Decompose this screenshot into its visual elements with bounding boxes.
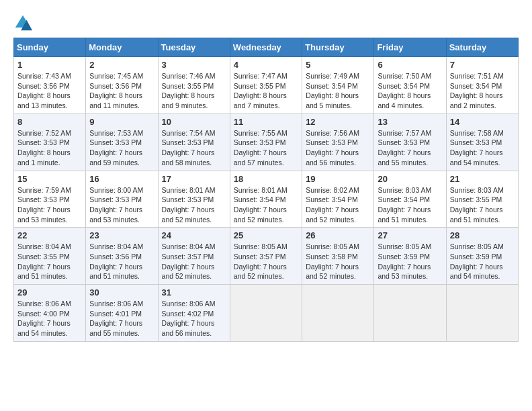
calendar-cell: 5Sunrise: 7:49 AMSunset: 3:54 PMDaylight… — [302, 57, 374, 114]
day-number: 20 — [378, 174, 442, 184]
day-number: 16 — [89, 174, 154, 184]
calendar-cell: 31Sunrise: 8:06 AMSunset: 4:02 PMDayligh… — [158, 285, 230, 342]
day-info: Sunrise: 8:04 AMSunset: 3:55 PMDaylight:… — [17, 242, 82, 281]
day-info: Sunrise: 8:05 AMSunset: 3:58 PMDaylight:… — [306, 242, 370, 281]
day-number: 26 — [306, 230, 370, 240]
day-number: 18 — [234, 174, 298, 184]
calendar-week-row: 22Sunrise: 8:04 AMSunset: 3:55 PMDayligh… — [14, 228, 519, 285]
day-number: 1 — [17, 60, 82, 70]
weekday-header: Friday — [374, 38, 446, 57]
calendar-cell: 28Sunrise: 8:05 AMSunset: 3:59 PMDayligh… — [446, 228, 518, 285]
calendar-cell: 7Sunrise: 7:51 AMSunset: 3:54 PMDaylight… — [446, 57, 518, 114]
day-info: Sunrise: 7:46 AMSunset: 3:55 PMDaylight:… — [162, 71, 226, 111]
day-number: 29 — [17, 287, 82, 298]
calendar-cell: 26Sunrise: 8:05 AMSunset: 3:58 PMDayligh… — [302, 228, 374, 285]
day-number: 4 — [234, 60, 298, 70]
day-info: Sunrise: 8:06 AMSunset: 4:02 PMDaylight:… — [162, 299, 226, 338]
day-number: 7 — [450, 60, 515, 70]
calendar-cell: 18Sunrise: 8:01 AMSunset: 3:54 PMDayligh… — [230, 171, 302, 228]
calendar-cell: 1Sunrise: 7:43 AMSunset: 3:56 PMDaylight… — [14, 57, 86, 114]
day-info: Sunrise: 8:02 AMSunset: 3:54 PMDaylight:… — [306, 185, 370, 225]
day-number: 12 — [306, 117, 370, 127]
calendar-cell: 14Sunrise: 7:58 AMSunset: 3:53 PMDayligh… — [446, 113, 518, 171]
calendar-week-row: 15Sunrise: 7:59 AMSunset: 3:53 PMDayligh… — [14, 171, 519, 228]
calendar-cell: 20Sunrise: 8:03 AMSunset: 3:54 PMDayligh… — [374, 171, 446, 228]
calendar-cell: 22Sunrise: 8:04 AMSunset: 3:55 PMDayligh… — [14, 228, 86, 285]
day-info: Sunrise: 7:43 AMSunset: 3:56 PMDaylight:… — [17, 71, 82, 111]
calendar-header-row: SundayMondayTuesdayWednesdayThursdayFrid… — [14, 38, 519, 57]
page-header — [13, 13, 519, 32]
calendar-cell — [374, 285, 446, 342]
day-number: 10 — [162, 117, 226, 127]
day-info: Sunrise: 7:49 AMSunset: 3:54 PMDaylight:… — [306, 71, 370, 111]
day-number: 24 — [162, 230, 226, 240]
calendar-cell: 4Sunrise: 7:47 AMSunset: 3:55 PMDaylight… — [230, 57, 302, 114]
calendar-table: SundayMondayTuesdayWednesdayThursdayFrid… — [13, 38, 519, 342]
calendar-cell: 21Sunrise: 8:03 AMSunset: 3:55 PMDayligh… — [446, 171, 518, 228]
weekday-header: Saturday — [446, 38, 518, 57]
day-info: Sunrise: 7:47 AMSunset: 3:55 PMDaylight:… — [234, 71, 298, 111]
weekday-header: Wednesday — [230, 38, 302, 57]
day-number: 8 — [17, 117, 82, 127]
weekday-header: Sunday — [14, 38, 86, 57]
day-info: Sunrise: 7:53 AMSunset: 3:53 PMDaylight:… — [89, 128, 154, 168]
calendar-cell: 11Sunrise: 7:55 AMSunset: 3:53 PMDayligh… — [230, 113, 302, 171]
calendar-cell: 15Sunrise: 7:59 AMSunset: 3:53 PMDayligh… — [14, 171, 86, 228]
logo-icon — [13, 13, 32, 32]
day-number: 23 — [89, 230, 154, 240]
day-number: 31 — [162, 287, 226, 298]
day-info: Sunrise: 8:05 AMSunset: 3:59 PMDaylight:… — [450, 242, 515, 281]
day-number: 11 — [234, 117, 298, 127]
calendar-week-row: 1Sunrise: 7:43 AMSunset: 3:56 PMDaylight… — [14, 57, 519, 114]
day-info: Sunrise: 8:00 AMSunset: 3:53 PMDaylight:… — [89, 185, 154, 225]
day-info: Sunrise: 8:05 AMSunset: 3:59 PMDaylight:… — [378, 242, 442, 281]
calendar-cell: 29Sunrise: 8:06 AMSunset: 4:00 PMDayligh… — [14, 285, 86, 342]
day-info: Sunrise: 7:57 AMSunset: 3:53 PMDaylight:… — [378, 128, 442, 168]
calendar-cell: 27Sunrise: 8:05 AMSunset: 3:59 PMDayligh… — [374, 228, 446, 285]
calendar-cell: 24Sunrise: 8:04 AMSunset: 3:57 PMDayligh… — [158, 228, 230, 285]
day-info: Sunrise: 8:01 AMSunset: 3:54 PMDaylight:… — [234, 185, 298, 225]
day-number: 21 — [450, 174, 515, 184]
day-info: Sunrise: 7:55 AMSunset: 3:53 PMDaylight:… — [234, 128, 298, 168]
day-number: 5 — [306, 60, 370, 70]
calendar-cell: 10Sunrise: 7:54 AMSunset: 3:53 PMDayligh… — [158, 113, 230, 171]
day-info: Sunrise: 7:52 AMSunset: 3:53 PMDaylight:… — [17, 128, 82, 168]
day-info: Sunrise: 8:03 AMSunset: 3:55 PMDaylight:… — [450, 185, 515, 225]
day-info: Sunrise: 7:50 AMSunset: 3:54 PMDaylight:… — [378, 71, 442, 111]
logo — [13, 13, 35, 32]
calendar-cell: 30Sunrise: 8:06 AMSunset: 4:01 PMDayligh… — [86, 285, 158, 342]
day-info: Sunrise: 8:06 AMSunset: 4:00 PMDaylight:… — [17, 299, 82, 338]
calendar-cell — [302, 285, 374, 342]
day-number: 22 — [17, 230, 82, 240]
calendar-week-row: 29Sunrise: 8:06 AMSunset: 4:00 PMDayligh… — [14, 285, 519, 342]
day-number: 2 — [89, 60, 154, 70]
calendar-cell: 3Sunrise: 7:46 AMSunset: 3:55 PMDaylight… — [158, 57, 230, 114]
calendar-cell — [230, 285, 302, 342]
weekday-header: Monday — [86, 38, 158, 57]
calendar-cell: 23Sunrise: 8:04 AMSunset: 3:56 PMDayligh… — [86, 228, 158, 285]
day-number: 30 — [89, 287, 154, 298]
day-info: Sunrise: 7:56 AMSunset: 3:53 PMDaylight:… — [306, 128, 370, 168]
day-info: Sunrise: 8:05 AMSunset: 3:57 PMDaylight:… — [234, 242, 298, 281]
day-info: Sunrise: 7:59 AMSunset: 3:53 PMDaylight:… — [17, 185, 82, 225]
day-number: 19 — [306, 174, 370, 184]
day-number: 28 — [450, 230, 515, 240]
calendar-cell: 8Sunrise: 7:52 AMSunset: 3:53 PMDaylight… — [14, 113, 86, 171]
calendar-cell: 2Sunrise: 7:45 AMSunset: 3:56 PMDaylight… — [86, 57, 158, 114]
day-number: 25 — [234, 230, 298, 240]
day-number: 6 — [378, 60, 442, 70]
day-info: Sunrise: 8:04 AMSunset: 3:56 PMDaylight:… — [89, 242, 154, 281]
day-info: Sunrise: 7:54 AMSunset: 3:53 PMDaylight:… — [162, 128, 226, 168]
day-info: Sunrise: 8:03 AMSunset: 3:54 PMDaylight:… — [378, 185, 442, 225]
day-info: Sunrise: 8:04 AMSunset: 3:57 PMDaylight:… — [162, 242, 226, 281]
calendar-cell: 19Sunrise: 8:02 AMSunset: 3:54 PMDayligh… — [302, 171, 374, 228]
calendar-cell: 6Sunrise: 7:50 AMSunset: 3:54 PMDaylight… — [374, 57, 446, 114]
day-info: Sunrise: 7:58 AMSunset: 3:53 PMDaylight:… — [450, 128, 515, 168]
day-info: Sunrise: 8:01 AMSunset: 3:53 PMDaylight:… — [162, 185, 226, 225]
day-number: 27 — [378, 230, 442, 240]
weekday-header: Tuesday — [158, 38, 230, 57]
calendar-cell: 12Sunrise: 7:56 AMSunset: 3:53 PMDayligh… — [302, 113, 374, 171]
day-info: Sunrise: 7:45 AMSunset: 3:56 PMDaylight:… — [89, 71, 154, 111]
day-number: 14 — [450, 117, 515, 127]
day-number: 9 — [89, 117, 154, 127]
